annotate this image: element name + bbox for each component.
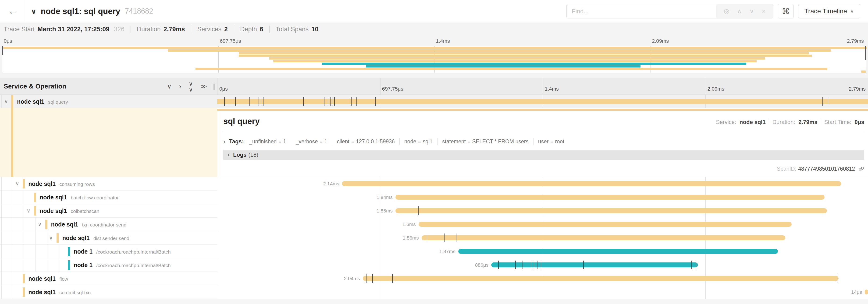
tag-pair[interactable]: client=127.0.0.1:59936	[337, 138, 395, 145]
find-clear-icon[interactable]: ×	[762, 8, 766, 15]
find-next-icon[interactable]: ∨	[749, 7, 754, 15]
span-log-tick[interactable]	[523, 261, 523, 269]
span-name[interactable]: node sql1txn coordinator send	[51, 221, 127, 228]
selected-span-bar[interactable]	[217, 109, 868, 111]
span-bar[interactable]	[458, 249, 778, 254]
span-bar[interactable]	[865, 290, 868, 295]
tree-row-left[interactable]: ∨node sql1colbatchscan	[0, 204, 217, 217]
tree-row-timeline[interactable]	[217, 95, 868, 108]
span-bar[interactable]	[396, 208, 827, 213]
span-log-tick[interactable]	[456, 234, 457, 242]
tree-row-timeline[interactable]: 2.04ms	[217, 272, 868, 285]
timeline-minimap[interactable]	[2, 46, 866, 73]
span-log-tick[interactable]	[531, 261, 531, 269]
keyboard-shortcuts-button[interactable]: ⌘	[778, 4, 794, 19]
span-name[interactable]: node sql1dist sender send	[62, 234, 129, 241]
tree-row[interactable]: ∨node sql1txn coordinator send1.6ms	[0, 217, 868, 231]
span-log-tick[interactable]	[515, 261, 516, 269]
span-name[interactable]: node sql1batch flow coordinator	[40, 194, 119, 201]
span-bar[interactable]	[491, 263, 698, 267]
expand-all-icon[interactable]: ≫	[200, 83, 207, 90]
span-log-tick[interactable]	[696, 261, 696, 269]
trace-view-selector[interactable]: Trace Timeline ∨	[798, 4, 860, 19]
logs-accordion[interactable]: › Logs (18)	[223, 150, 864, 160]
span-log-tick[interactable]	[392, 274, 393, 283]
span-log-tick[interactable]	[224, 97, 225, 106]
span-name[interactable]: node sql1colbatchscan	[40, 207, 99, 214]
span-log-tick[interactable]	[444, 234, 444, 242]
tree-chevron-down-icon[interactable]: ∨	[4, 99, 8, 105]
tree-row-left[interactable]: node sql1batch flow coordinator	[0, 191, 217, 204]
collapse-one-icon[interactable]: ∨	[167, 83, 172, 90]
span-log-tick[interactable]	[583, 261, 584, 269]
span-log-tick[interactable]	[263, 97, 264, 106]
span-log-tick[interactable]	[838, 274, 838, 283]
tree-row-timeline[interactable]: 2.14ms	[217, 177, 868, 191]
tree-row[interactable]: ∨node sql1colbatchscan1.85ms	[0, 204, 868, 217]
span-log-tick[interactable]	[324, 97, 324, 106]
span-bar[interactable]	[342, 181, 841, 186]
minimap-drag-handle-left[interactable]	[2, 46, 3, 55]
span-log-tick[interactable]	[366, 274, 367, 283]
span-bar[interactable]	[363, 276, 839, 281]
span-bar[interactable]	[396, 195, 825, 200]
span-name[interactable]: node sql1consuming rows	[29, 180, 95, 187]
tag-pair[interactable]: node=sql1	[404, 138, 433, 145]
tree-row-left[interactable]: node 1/cockroach.roachpb.Internal/Batch	[0, 245, 217, 258]
span-log-tick[interactable]	[537, 261, 537, 269]
span-log-tick[interactable]	[823, 97, 823, 106]
span-bar[interactable]	[217, 99, 868, 104]
tag-pair[interactable]: _verbose=1	[296, 138, 327, 145]
tree-row-timeline[interactable]: 14μs	[217, 285, 868, 299]
tree-chevron-down-icon[interactable]: ∨	[38, 221, 41, 228]
tree-row-left[interactable]: node sql1commit sql txn	[0, 285, 217, 299]
column-resizer-grip[interactable]	[213, 83, 216, 90]
collapse-all-icon[interactable]: ∨ ∨	[189, 81, 193, 93]
tree-chevron-down-icon[interactable]: ∨	[27, 208, 30, 214]
span-log-tick[interactable]	[334, 97, 335, 106]
tree-row-timeline[interactable]: 1.37ms	[217, 245, 868, 258]
span-log-tick[interactable]	[534, 261, 534, 269]
tree-row-left[interactable]: node 1/cockroach.roachpb.Internal/Batch	[0, 258, 217, 272]
find-prev-icon[interactable]: ∧	[737, 7, 742, 15]
tree-chevron-down-icon[interactable]: ∨	[49, 235, 53, 241]
span-log-tick[interactable]	[332, 97, 332, 106]
span-log-tick[interactable]	[330, 97, 331, 106]
tree-row-timeline[interactable]: 886μs	[217, 258, 868, 272]
link-icon[interactable]	[858, 166, 864, 172]
tree-row-left[interactable]: ∨node sql1sql query	[0, 95, 217, 108]
span-log-tick[interactable]	[356, 97, 357, 106]
expand-one-icon[interactable]: ›	[179, 83, 181, 90]
span-name[interactable]: node 1/cockroach.roachpb.Internal/Batch	[74, 262, 171, 268]
tree-row[interactable]: node 1/cockroach.roachpb.Internal/Batch1…	[0, 245, 868, 258]
find-input[interactable]	[567, 4, 716, 18]
span-log-tick[interactable]	[351, 97, 351, 106]
span-log-tick[interactable]	[328, 97, 328, 106]
tree-row-timeline[interactable]: 1.85ms	[217, 204, 868, 217]
tree-row-left[interactable]: node sql1flow	[0, 272, 217, 285]
trace-collapse-icon[interactable]: ∨	[31, 7, 36, 15]
tree-row[interactable]: node sql1commit sql txn14μs	[0, 285, 868, 299]
tree-row-left[interactable]: ∨node sql1dist sender send	[0, 231, 217, 245]
tags-accordion[interactable]: › Tags: _unfinished=1_verbose=1client=12…	[223, 136, 864, 147]
tree-row[interactable]: ∨node sql1consuming rows2.14ms	[0, 177, 868, 191]
tag-pair[interactable]: _unfinished=1	[249, 138, 286, 145]
span-name[interactable]: node sql1flow	[29, 275, 68, 282]
find-scope-icon[interactable]: ◎	[724, 7, 730, 15]
minimap-drag-handle-right[interactable]	[865, 46, 866, 60]
tree-row-timeline[interactable]: 1.84ms	[217, 191, 868, 204]
tree-row[interactable]: ∨node sql1dist sender send1.56ms	[0, 231, 868, 245]
tree-row-left[interactable]: ∨node sql1txn coordinator send	[0, 217, 217, 231]
span-log-tick[interactable]	[372, 274, 373, 283]
tree-chevron-down-icon[interactable]: ∨	[16, 181, 19, 187]
span-log-tick[interactable]	[828, 97, 828, 106]
span-bar[interactable]	[422, 235, 785, 240]
span-log-tick[interactable]	[691, 261, 692, 269]
span-log-tick[interactable]	[541, 261, 541, 269]
span-log-tick[interactable]	[303, 97, 304, 106]
tree-row-left[interactable]: ∨node sql1consuming rows	[0, 177, 217, 191]
span-log-tick[interactable]	[249, 97, 250, 106]
tree-row[interactable]: node sql1flow2.04ms	[0, 272, 868, 285]
span-bar[interactable]	[418, 222, 792, 227]
span-name[interactable]: node sql1commit sql txn	[29, 289, 91, 295]
